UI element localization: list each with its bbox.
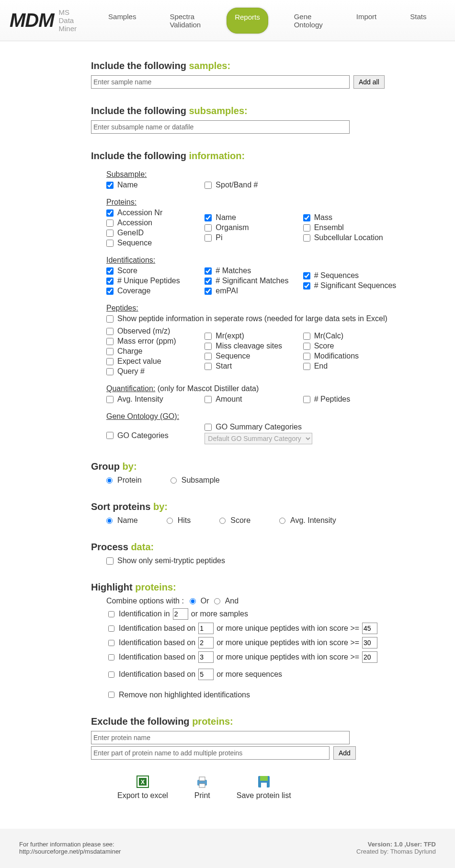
pep-checkbox-charge[interactable]: Charge — [106, 347, 201, 356]
print-button[interactable]: Print — [194, 774, 210, 800]
header: MDM MS Data Miner SamplesSpectra Validat… — [0, 0, 455, 41]
go-summary-select[interactable]: Default GO Summary Category — [205, 433, 312, 444]
quant-checkbox-amount[interactable]: Amount — [205, 395, 299, 404]
ident-checkbox--matches[interactable]: # Matches — [205, 266, 299, 275]
pep-checkbox-modifications[interactable]: Modifications — [303, 352, 398, 360]
pep-checkbox-score[interactable]: Score — [303, 342, 398, 350]
pep-checkbox-miss-cleavage-sites[interactable]: Miss cleavage sites — [205, 342, 299, 350]
highlight-uniq-0-checkbox[interactable] — [108, 625, 114, 632]
highlight-uniq-0-score-input[interactable] — [362, 623, 377, 634]
highlight-sequences-count-input[interactable] — [198, 669, 214, 680]
highlight-uniq-1-count-input[interactable] — [198, 637, 214, 648]
remove-non-highlighted-checkbox[interactable] — [108, 692, 114, 698]
pep-checkbox-end[interactable]: End — [303, 362, 398, 370]
proteins-checkbox-sequence[interactable]: Sequence — [106, 239, 201, 247]
ident-checkbox-empai[interactable]: emPAI — [205, 287, 299, 295]
combine-radio-and[interactable]: And — [214, 597, 239, 605]
proteins-checkbox-organism[interactable]: Organism — [205, 223, 299, 232]
nav-stats[interactable]: Stats — [402, 8, 434, 34]
highlight-uniq-2-checkbox[interactable] — [108, 654, 114, 660]
highlight-proteins-heading: Highlight proteins: — [91, 582, 398, 593]
nav-import[interactable]: Import — [349, 8, 385, 34]
highlight-uniq-1-checkbox[interactable] — [108, 640, 114, 646]
subsample-checkbox-name[interactable]: Name — [106, 181, 201, 189]
proteins-checkbox-accession-nr[interactable]: Accession Nr — [106, 208, 201, 217]
sample-name-input[interactable] — [91, 75, 350, 89]
samples-heading: Include the following samples: — [91, 60, 398, 71]
add-exclude-button[interactable]: Add — [333, 746, 356, 760]
nav-gene-ontology[interactable]: Gene Ontology — [286, 8, 330, 34]
highlight-uniq-1-score-input[interactable] — [362, 637, 377, 648]
ident-checkbox--sequences[interactable]: # Sequences — [303, 271, 398, 280]
svg-rect-7 — [260, 776, 268, 781]
sort-radio-avg-intensity[interactable]: Avg. Intensity — [279, 516, 336, 525]
group-radio-subsample[interactable]: Subsample — [171, 476, 220, 485]
proteins-section-title: Proteins: — [106, 198, 398, 207]
ident-checkbox--significant-sequences[interactable]: # Significant Sequences — [303, 281, 398, 290]
go-summary-checkbox[interactable]: GO Summary Categories — [205, 423, 398, 431]
svg-text:X: X — [141, 779, 145, 786]
footer: For further information please see: http… — [0, 829, 455, 868]
ident-checkbox-score[interactable]: Score — [106, 266, 201, 275]
exclude-protein-name-input[interactable] — [91, 731, 350, 744]
exclude-protein-partial-input[interactable] — [91, 746, 330, 760]
add-all-button[interactable]: Add all — [353, 75, 385, 89]
subsamples-heading: Include the following subsamples: — [91, 105, 398, 116]
proteins-checkbox-geneid[interactable]: GeneID — [106, 229, 201, 237]
proteins-checkbox-accession[interactable]: Accession — [106, 219, 201, 227]
logo-subtitle: MS Data Miner — [59, 8, 77, 33]
ident-checkbox--significant-matches[interactable]: # Significant Matches — [205, 277, 299, 285]
nav-log-out[interactable]: Log Out — [452, 8, 455, 34]
ident-checkbox--unique-peptides[interactable]: # Unique Peptides — [106, 277, 201, 285]
svg-rect-4 — [199, 777, 205, 781]
proteins-checkbox-mass[interactable]: Mass — [303, 213, 398, 222]
proteins-checkbox-ensembl[interactable]: Ensembl — [303, 223, 398, 232]
highlight-uniq-2-count-input[interactable] — [198, 651, 214, 663]
svg-rect-8 — [261, 783, 267, 787]
exclude-proteins-heading: Exclude the following proteins: — [91, 716, 398, 727]
nav-samples[interactable]: Samples — [101, 8, 144, 34]
sourceforge-link[interactable]: http://sourceforge.net/p/msdataminer — [19, 848, 121, 855]
nav-spectra-validation[interactable]: Spectra Validation — [162, 8, 208, 34]
information-heading: Include the following information: — [91, 150, 398, 162]
ident-checkbox-coverage[interactable]: Coverage — [106, 287, 201, 295]
nav-reports[interactable]: Reports — [227, 8, 268, 34]
logo: MDM MS Data Miner — [10, 8, 77, 33]
pep-checkbox-mr-expt-[interactable]: Mr(expt) — [205, 332, 299, 340]
highlight-uniq-2-score-input[interactable] — [362, 651, 377, 663]
quant-checkbox--peptides[interactable]: # Peptides — [303, 395, 398, 404]
pep-checkbox-start[interactable]: Start — [205, 362, 299, 370]
pep-checkbox-observed-m-z-[interactable]: Observed (m/z) — [106, 327, 201, 336]
subsample-name-input[interactable] — [91, 120, 350, 134]
sort-radio-score[interactable]: Score — [219, 516, 250, 525]
highlight-uniq-0-count-input[interactable] — [198, 623, 214, 634]
subsample-checkbox-spot-band-[interactable]: Spot/Band # — [205, 181, 299, 189]
proteins-checkbox-pi[interactable]: Pi — [205, 233, 299, 242]
go-checkbox-go-categories[interactable]: GO Categories — [106, 431, 201, 440]
group-radio-protein[interactable]: Protein — [106, 476, 142, 485]
show-peptide-rows-checkbox[interactable]: Show peptide information in seperate row… — [106, 314, 398, 323]
save-protein-list-button[interactable]: Save protein list — [237, 774, 291, 800]
combine-radio-or[interactable]: Or — [190, 597, 209, 605]
sort-by-heading: Sort proteins by: — [91, 501, 398, 512]
save-icon — [256, 774, 272, 789]
pep-checkbox-query-[interactable]: Query # — [106, 367, 201, 376]
sort-radio-name[interactable]: Name — [106, 516, 138, 525]
semi-tryptic-checkbox[interactable]: Show only semi-tryptic peptides — [106, 556, 398, 565]
print-icon — [194, 774, 210, 789]
highlight-sequences-checkbox[interactable] — [108, 671, 114, 678]
export-excel-button[interactable]: X Export to excel — [117, 774, 168, 800]
sort-radio-hits[interactable]: Hits — [167, 516, 191, 525]
pep-checkbox-mass-error-ppm-[interactable]: Mass error (ppm) — [106, 337, 201, 346]
pep-checkbox-sequence[interactable]: Sequence — [205, 352, 299, 360]
identifications-section-title: Identifications: — [106, 256, 398, 265]
proteins-checkbox-subcellular-location[interactable]: Subcellular Location — [303, 233, 398, 242]
highlight-samples-count-input[interactable] — [173, 608, 188, 620]
quant-checkbox-avg-intensity[interactable]: Avg. Intensity — [106, 395, 201, 404]
go-section-title: Gene Ontology (GO): — [106, 412, 398, 421]
pep-checkbox-expect-value[interactable]: Expect value — [106, 357, 201, 366]
pep-checkbox-mr-calc-[interactable]: Mr(Calc) — [303, 332, 398, 340]
highlight-samples-checkbox[interactable] — [108, 611, 114, 617]
subsample-section-title: Subsample: — [106, 170, 398, 179]
proteins-checkbox-name[interactable]: Name — [205, 213, 299, 222]
